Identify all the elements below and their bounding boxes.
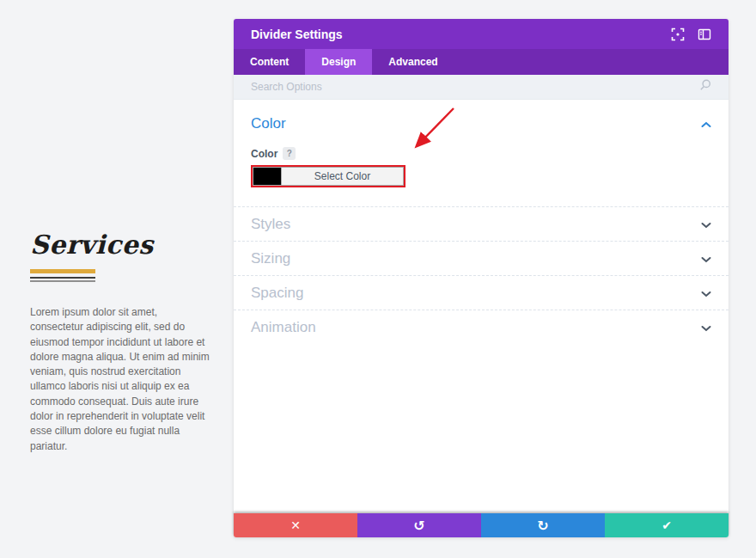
tab-content[interactable]: Content [234,49,305,75]
chevron-down-icon [701,320,711,335]
chevron-down-icon [701,251,711,267]
undo-button[interactable]: ↺ [357,513,481,537]
section-toggle-animation[interactable]: Animation [234,310,729,344]
section-toggle-spacing[interactable]: Spacing [234,275,729,310]
select-color-button[interactable]: Select Color [281,168,403,185]
help-badge[interactable]: ? [283,147,296,160]
discard-button[interactable]: ✕ [234,513,357,537]
save-button[interactable]: ✔ [605,513,729,537]
section-toggle-styles[interactable]: Styles [234,206,729,241]
chevron-down-icon [701,217,711,232]
modal-header: Divider Settings [234,19,729,49]
annotation-highlight-box: Select Color [251,165,405,187]
color-field-label-row: Color ? [251,147,711,160]
modal-tab-bar: Content Design Advanced [234,49,729,75]
toggle-title: Spacing [251,285,701,302]
color-swatch[interactable] [253,168,281,185]
tab-design[interactable]: Design [305,49,372,75]
redo-button[interactable]: ↻ [481,513,605,537]
toggle-title: Styles [251,216,701,233]
color-section-title: Color [251,115,701,132]
divider-module [30,269,95,282]
chevron-down-icon [701,285,711,301]
tab-advanced[interactable]: Advanced [372,49,454,75]
divider-settings-modal: Divider Settings Content Design Advanced [234,19,729,537]
page-title: Services [30,229,212,261]
section-toggle-sizing[interactable]: Sizing [234,241,729,275]
chevron-up-icon [701,116,711,132]
search-bar [234,75,729,100]
search-input[interactable] [251,81,699,93]
dock-panel-icon[interactable] [698,28,711,41]
expand-modal-icon[interactable] [671,28,685,41]
body-paragraph: Lorem ipsum dolor sit amet, consectetur … [30,305,212,454]
color-field-label: Color [251,148,277,160]
toggle-title: Sizing [251,250,701,267]
color-picker-control: Select Color [253,167,404,186]
divider-dark-line [30,277,95,279]
toggle-title: Animation [251,319,701,336]
search-icon [699,79,711,95]
color-section: Color Color ? Select Color [234,100,729,206]
page-section-services: Services Lorem ipsum dolor sit amet, con… [30,229,212,454]
modal-title: Divider Settings [251,28,658,41]
modal-action-bar: ✕ ↺ ↻ ✔ [234,513,729,537]
divider-gray-line [30,280,95,282]
color-section-header[interactable]: Color [251,115,711,132]
